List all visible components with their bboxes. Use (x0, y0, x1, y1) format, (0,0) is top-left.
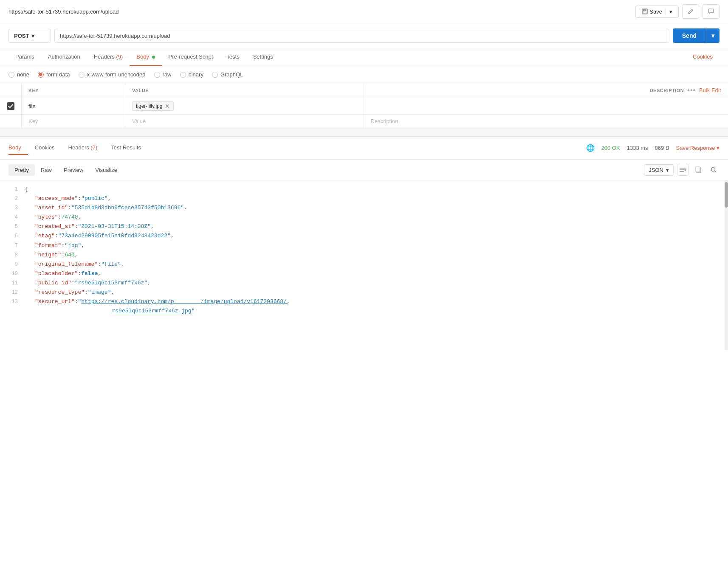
svg-point-9 (711, 168, 715, 171)
radio-graphql[interactable]: GraphQL (212, 71, 243, 78)
svg-rect-1 (643, 9, 646, 11)
json-line-10: 10 "placeholder" : false , (4, 269, 728, 278)
json-line-7: 7 "format" : "jpg" , (4, 241, 728, 250)
save-dropdown-arrow[interactable]: ▾ (666, 8, 672, 15)
wrap-lines-button[interactable] (677, 164, 689, 176)
json-line-12: 12 "resource_type" : "image" , (4, 288, 728, 297)
empty-key-cell[interactable]: Key (22, 115, 125, 128)
description-placeholder: Description (371, 118, 398, 124)
json-line-13: 13 "secure_url" : "https://res.cloudinar… (4, 297, 728, 316)
radio-raw[interactable]: raw (154, 71, 172, 78)
tab-authorization[interactable]: Authorization (41, 48, 87, 66)
url-input[interactable] (54, 29, 669, 43)
empty-value-cell[interactable]: Value (125, 115, 364, 128)
empty-description-cell[interactable]: Description (364, 115, 728, 128)
empty-checkbox-cell[interactable] (0, 115, 22, 128)
value-placeholder: Value (132, 118, 146, 124)
save-button[interactable]: Save ▾ (635, 6, 679, 18)
radio-circle-raw (154, 72, 160, 78)
radio-none[interactable]: none (8, 71, 29, 78)
secure-url-link[interactable]: https://res.cloudinary.com/p_ /image/upl… (78, 298, 287, 314)
radio-binary[interactable]: binary (180, 71, 203, 78)
radio-circle-form-data (38, 72, 44, 78)
send-button[interactable]: Send ▾ (673, 28, 720, 43)
json-line-4: 4 "bytes" : 74740 , (4, 213, 728, 222)
th-description: DESCRIPTION ••• Bulk Edit (364, 83, 728, 98)
resp-tab-test-results[interactable]: Test Results (104, 141, 148, 155)
file-name: tiger-lilly.jpg (136, 103, 162, 109)
comment-icon (708, 8, 714, 14)
save-icon (642, 8, 648, 14)
th-checkbox (0, 83, 22, 98)
globe-icon: 🌐 (586, 144, 595, 152)
json-viewer: 1 { 2 "access_mode" : "public" , 3 "asse… (0, 180, 728, 350)
send-dropdown[interactable]: ▾ (706, 28, 720, 43)
svg-rect-2 (643, 12, 646, 14)
row-description-cell[interactable] (364, 98, 728, 115)
tab-settings[interactable]: Settings (246, 48, 280, 66)
th-value: VALUE (125, 83, 364, 98)
status-badge: 200 OK (601, 145, 620, 151)
viewer-controls: JSON ▾ (644, 164, 720, 176)
copy-icon (695, 166, 701, 173)
radio-circle-graphql (212, 72, 218, 78)
key-placeholder: Key (28, 118, 38, 124)
edit-button[interactable] (682, 4, 699, 19)
bulk-edit-button[interactable]: Bulk Edit (699, 87, 721, 93)
viewer-tab-visualize[interactable]: Visualize (89, 164, 123, 176)
row-value-cell[interactable]: tiger-lilly.jpg ✕ (125, 98, 364, 115)
row-key-cell[interactable]: file (22, 98, 125, 115)
wrap-icon (680, 167, 686, 172)
more-options-icon[interactable]: ••• (687, 87, 696, 94)
remove-file-icon[interactable]: ✕ (165, 103, 170, 109)
json-line-6: 6 "etag" : "73a4e4290905fe15e10fdd324842… (4, 231, 728, 241)
radio-urlencoded[interactable]: x-www-form-urlencoded (79, 71, 146, 78)
pencil-icon (688, 8, 694, 14)
json-viewer-container[interactable]: 1 { 2 "access_mode" : "public" , 3 "asse… (0, 180, 728, 350)
row-checkbox-cell[interactable] (0, 98, 22, 115)
json-line-3: 3 "asset_id" : "535d1b8d3dbb9fcece35743f… (4, 203, 728, 213)
radio-form-data[interactable]: form-data (38, 71, 70, 78)
svg-rect-3 (708, 9, 714, 13)
file-tag: tiger-lilly.jpg ✕ (132, 101, 174, 111)
svg-line-10 (715, 171, 717, 173)
url-bar: https://safe-tor-51739.herokuapp.com/upl… (0, 0, 728, 23)
json-line-1: 1 { (4, 185, 728, 194)
copy-button[interactable] (692, 164, 704, 176)
json-format-select[interactable]: JSON ▾ (644, 164, 674, 176)
viewer-tab-pretty[interactable]: Pretty (8, 164, 35, 176)
response-meta: 🌐 200 OK 1333 ms 869 B Save Response ▾ (586, 144, 720, 152)
resp-tab-cookies[interactable]: Cookies (28, 141, 62, 155)
tab-tests[interactable]: Tests (220, 48, 246, 66)
resp-tab-body[interactable]: Body (8, 141, 28, 155)
scrollbar-thumb[interactable] (725, 182, 728, 208)
viewer-tab-preview[interactable]: Preview (58, 164, 89, 176)
response-time: 1333 ms (627, 145, 648, 151)
section-divider (0, 128, 728, 137)
checkmark-icon (8, 104, 13, 108)
request-bar: POST ▾ Send ▾ (0, 23, 728, 48)
tab-params[interactable]: Params (8, 48, 41, 66)
vertical-scrollbar[interactable] (725, 180, 728, 350)
body-options: none form-data x-www-form-urlencoded raw… (0, 66, 728, 83)
tab-body[interactable]: Body (130, 48, 161, 66)
form-data-table: KEY VALUE DESCRIPTION ••• Bulk Edit file (0, 83, 728, 128)
method-select[interactable]: POST ▾ (8, 29, 51, 43)
resp-tab-headers[interactable]: Headers (7) (62, 141, 104, 155)
table-row-empty: Key Value Description (0, 115, 728, 128)
tab-cookies[interactable]: Cookies (686, 48, 720, 66)
tab-headers[interactable]: Headers (9) (87, 48, 130, 66)
comment-button[interactable] (703, 4, 720, 19)
page-url: https://safe-tor-51739.herokuapp.com/upl… (8, 8, 119, 15)
search-button[interactable] (708, 164, 720, 176)
checkbox-checked[interactable] (7, 102, 14, 110)
tab-prerequest[interactable]: Pre-request Script (162, 48, 220, 66)
save-response-button[interactable]: Save Response ▾ (676, 145, 720, 151)
json-line-5: 5 "created_at" : "2021-03-31T15:14:28Z" … (4, 222, 728, 231)
viewer-tabs: Pretty Raw Preview Visualize JSON ▾ (0, 160, 728, 180)
response-header: Body Cookies Headers (7) Test Results 🌐 … (0, 137, 728, 160)
viewer-tab-raw[interactable]: Raw (35, 164, 58, 176)
json-line-11: 11 "public_id" : "rs9e5lq6ci53rmff7x6z" … (4, 278, 728, 288)
json-line-8: 8 "height" : 640 , (4, 250, 728, 260)
th-key: KEY (22, 83, 125, 98)
